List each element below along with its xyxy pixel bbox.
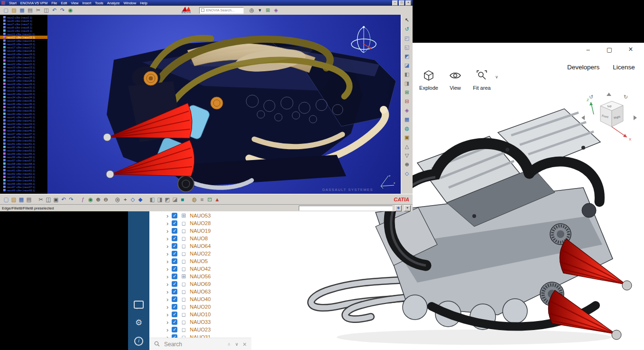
toolbar-icon[interactable]: ▦ xyxy=(403,115,411,123)
toolbar-icon[interactable]: ✂ xyxy=(35,6,42,14)
comments-icon[interactable] xyxy=(134,301,144,309)
tree-item[interactable]: nauo11 u3ke (nauo11.1) xyxy=(0,32,47,36)
visibility-checkbox[interactable] xyxy=(172,327,177,332)
toolbar-icon[interactable]: ▢ xyxy=(2,6,9,14)
tree-item[interactable]: nauo34 u3ke (nauo34.1) xyxy=(0,95,47,99)
visibility-checkbox[interactable] xyxy=(172,220,177,226)
component-row[interactable]: NAUO28 xyxy=(149,219,251,227)
tree-item[interactable]: nauo56 u3ke (nauo56.1) xyxy=(0,155,47,159)
tree-item[interactable]: nauo27 u3ke (nauo27.1) xyxy=(0,76,47,79)
toolbar-icon[interactable]: ✂ xyxy=(37,196,45,203)
catia-3d-viewport[interactable]: z x DASSAULT SYSTEMES xyxy=(47,15,401,194)
tree-item[interactable]: nauo2 u3ke (nauo2.1) xyxy=(0,16,47,19)
tree-item[interactable]: nauo14 u3ke (nauo14.1) xyxy=(0,39,47,42)
toolbar-icon[interactable]: ◎ xyxy=(114,196,121,203)
panel-search-bar[interactable]: Search ∧ ∨ × xyxy=(149,338,251,350)
toolbar-icon[interactable]: ◰ xyxy=(403,34,411,42)
tree-item[interactable]: nauo66 u3ke (nauo66.1) xyxy=(0,182,47,185)
tree-item[interactable]: nauo51 u3ke (nauo51.1) xyxy=(0,142,47,145)
tree-item[interactable]: nauo32 u3ke (nauo32.1) xyxy=(0,89,47,92)
tree-item[interactable]: nauo61 u3ke (nauo61.1) xyxy=(0,169,47,172)
component-row[interactable]: NAUO64 xyxy=(149,242,251,250)
toolbar-icon[interactable]: ⊞ xyxy=(403,88,411,96)
visibility-checkbox[interactable] xyxy=(172,266,177,272)
settings-gear-icon[interactable] xyxy=(135,319,142,327)
search-prev-icon[interactable]: ∧ xyxy=(227,341,230,347)
tree-item[interactable]: nauo63 u3ke (nauo63.1) xyxy=(0,175,47,179)
menu-item[interactable]: ENOVIA V5 VPM xyxy=(18,1,50,5)
menu-item[interactable]: Analyze xyxy=(105,1,122,5)
expand-chevron-icon[interactable] xyxy=(166,289,168,295)
visibility-checkbox[interactable] xyxy=(172,296,177,302)
toolbar-icon[interactable]: ◈ xyxy=(272,6,279,14)
tree-item[interactable]: nauo8 u3ke (nauo8.1) xyxy=(0,26,47,29)
component-row[interactable]: NAUO69 xyxy=(149,280,251,288)
tree-item[interactable]: nauo42 u3ke (nauo42.1) xyxy=(0,119,47,122)
status-icon-a[interactable]: ◈ xyxy=(395,205,402,211)
toolbar-icon[interactable]: ◇ xyxy=(129,196,137,203)
tree-item[interactable]: nauo7 u3ke (nauo7.1) xyxy=(0,22,47,26)
tree-item[interactable]: nauo52 u3ke (nauo52.1) xyxy=(0,145,47,149)
toolbar-icon[interactable]: ◨ xyxy=(156,196,164,203)
titlebar-link[interactable]: License xyxy=(613,64,635,71)
tree-item[interactable]: nauo39 u3ke (nauo39.1) xyxy=(0,109,47,112)
toolbar-icon[interactable]: ◪ xyxy=(171,196,179,203)
tree-item[interactable]: nauo17 u3ke (nauo17.1) xyxy=(0,46,47,49)
toolbar-icon[interactable]: ⊖ xyxy=(102,196,110,203)
toolbar-icon[interactable]: ◱ xyxy=(403,43,411,51)
minimize-button[interactable]: – xyxy=(392,0,398,6)
toolbar-icon[interactable]: ◎ xyxy=(248,6,255,14)
expand-chevron-icon[interactable] xyxy=(166,274,168,280)
toolbar-icon[interactable]: ◆ xyxy=(137,196,144,203)
tree-item[interactable]: nauo9 u3ke (nauo9.1) xyxy=(0,29,47,32)
toolbar-icon[interactable]: ↶ xyxy=(51,6,58,14)
component-row[interactable]: NAUO8 xyxy=(149,235,251,242)
menu-item[interactable]: File xyxy=(49,1,59,5)
expand-chevron-icon[interactable] xyxy=(166,312,168,318)
tree-item[interactable]: nauo35 u3ke (nauo35.1) xyxy=(0,99,47,102)
tree-item[interactable]: nauo58 u3ke (nauo58.1) xyxy=(0,162,47,165)
visibility-checkbox[interactable] xyxy=(172,312,177,317)
tree-item[interactable]: nauo47 u3ke (nauo47.1) xyxy=(0,132,47,135)
toolbar-icon[interactable]: ◪ xyxy=(403,61,411,69)
search-next-icon[interactable]: ∨ xyxy=(235,341,238,347)
tree-item[interactable]: nauo43 u3ke (nauo43.1) xyxy=(0,122,47,125)
tree-item[interactable]: nauo48 u3ke (nauo48.1) xyxy=(0,135,47,139)
tree-item[interactable]: nauo69 u3ke (nauo69.1) xyxy=(0,189,47,192)
toolbar-icon[interactable]: ▾ xyxy=(256,6,263,14)
tree-item[interactable]: nauo57 u3ke (nauo57.1) xyxy=(0,159,47,162)
toolbar-icon[interactable]: ◨ xyxy=(403,79,411,87)
close-button[interactable]: × xyxy=(405,0,411,6)
component-row[interactable]: NAUO23 xyxy=(149,326,251,333)
tree-item[interactable]: nauo50 u3ke (nauo50.1) xyxy=(0,139,47,142)
tree-item[interactable]: nauo5 u3ke (nauo5.1) xyxy=(0,19,47,22)
toolbar-icon[interactable]: ▦ xyxy=(18,6,26,14)
close-button[interactable]: × xyxy=(627,46,635,53)
visibility-checkbox[interactable] xyxy=(172,304,177,310)
toolbar-icon[interactable]: ⊕ xyxy=(403,161,411,169)
menu-item[interactable]: Help xyxy=(138,1,149,5)
toolbar-icon[interactable]: ◫ xyxy=(45,196,52,203)
toolbar-icon[interactable]: ◧ xyxy=(148,196,156,203)
toolbar-icon[interactable]: ▦ xyxy=(18,196,25,203)
tree-item[interactable]: nauo31 u3ke (nauo31.1) xyxy=(0,85,47,89)
toolbar-icon[interactable]: ▨ xyxy=(10,196,18,203)
visibility-checkbox[interactable] xyxy=(172,258,177,264)
tree-item[interactable]: nauo20 u3ke (nauo20.1) xyxy=(0,56,47,59)
visibility-checkbox[interactable] xyxy=(172,289,177,294)
expand-chevron-icon[interactable] xyxy=(166,296,168,303)
tree-item[interactable]: nauo21 u3ke (nauo21.1) xyxy=(0,59,47,62)
expand-chevron-icon[interactable] xyxy=(166,251,168,257)
tree-item[interactable]: nauo62 u3ke (nauo62.1) xyxy=(0,172,47,175)
tree-item[interactable]: nauo12 u3ke (nauo12.1) xyxy=(0,36,47,39)
visibility-checkbox[interactable] xyxy=(172,274,177,279)
toolbar-icon[interactable]: ■ xyxy=(179,196,186,203)
fit-area-button[interactable]: Fit area xyxy=(470,70,493,91)
toolbar-icon[interactable]: ▤ xyxy=(27,6,34,14)
tree-item[interactable]: nauo67 u3ke (nauo67.1) xyxy=(0,185,47,189)
tree-item[interactable]: nauo33 u3ke (nauo33.1) xyxy=(0,92,47,95)
expand-chevron-icon[interactable] xyxy=(166,266,168,272)
toolbar-icon[interactable]: ⊕ xyxy=(94,196,102,203)
menu-item[interactable]: Edit xyxy=(59,1,69,5)
menu-item[interactable]: Insert xyxy=(81,1,93,5)
